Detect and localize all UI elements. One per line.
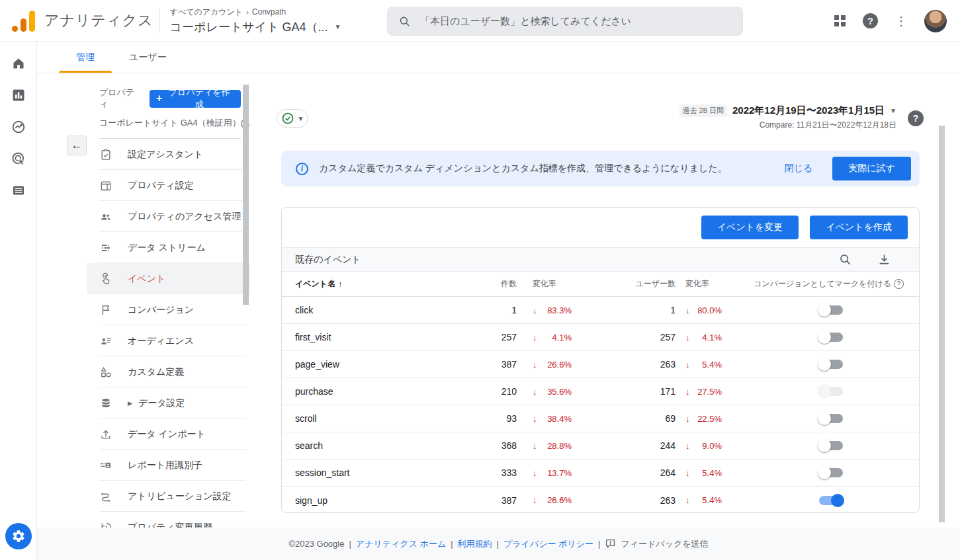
date-range-picker[interactable]: 過去 28 日間 2022年12月19日〜2023年1月15日 ▼ Compar… [679, 104, 896, 131]
banner-close-link[interactable]: 閉じる [765, 163, 833, 175]
column-count-change[interactable]: 変化率 [517, 278, 580, 290]
sidebar-item-access-management[interactable]: プロパティのアクセス管理 [87, 201, 250, 232]
column-users[interactable]: ユーザー数 [580, 278, 676, 290]
breadcrumb-all-accounts: すべてのアカウント [170, 7, 243, 18]
date-range-value: 2022年12月19日〜2023年1月15日 [732, 104, 885, 117]
conversion-toggle[interactable] [819, 496, 843, 505]
sidebar-scrollbar[interactable] [243, 85, 249, 305]
table-search-icon[interactable] [838, 253, 852, 266]
table-row: sign_up 387 ↓26.6% 263 ↓5.4% [282, 487, 919, 513]
avatar[interactable] [924, 10, 947, 32]
conversion-toggle[interactable] [819, 360, 843, 369]
down-arrow-icon: ↓ [685, 387, 690, 397]
global-search-input[interactable]: 「本日のユーザー数」と検索してみてください [387, 7, 743, 36]
conversion-toggle[interactable] [819, 468, 843, 477]
sidebar-item-audiences[interactable]: オーディエンス [87, 325, 250, 356]
sidebar-item-property-settings[interactable]: プロパティ設定 [87, 170, 250, 201]
sidebar-item-data-settings[interactable]: ▶ データ設定 [87, 387, 250, 419]
footer-link-privacy[interactable]: プライバシー ポリシー [503, 538, 593, 550]
conversion-toggle[interactable] [819, 414, 843, 423]
sidebar-item-label: データ設定 [138, 397, 185, 409]
sidebar-item-data-import[interactable]: データ インポート [87, 419, 250, 450]
sidebar-item-events[interactable]: イベント [87, 263, 250, 294]
event-count: 1 [467, 305, 517, 315]
sidebar-item-data-streams[interactable]: データ ストリーム [87, 232, 250, 263]
users-change: 5.4% [702, 495, 722, 505]
table-actions: イベントを変更 イベントを作成 [282, 208, 919, 247]
sidebar-item-label: アトリビューション設定 [128, 491, 232, 502]
footer-separator: | [349, 539, 351, 549]
home-icon[interactable] [3, 48, 34, 79]
tab-user[interactable]: ユーザー [112, 42, 184, 73]
column-event-name[interactable]: イベント名 ↑ [295, 278, 467, 290]
admin-gear-button[interactable] [3, 520, 34, 552]
property-picker[interactable]: コーポレートサイト GA4（... ▼ [170, 19, 341, 35]
count-change: 26.6% [547, 360, 572, 370]
event-users: 244 [580, 440, 676, 451]
sidebar-item-label: レポート用識別子 [128, 460, 202, 471]
events-panel: ▼ 過去 28 日間 2022年12月19日〜2023年1月15日 ▼ Comp… [250, 73, 960, 528]
library-icon[interactable] [3, 175, 34, 206]
help-icon[interactable]: ? [863, 13, 878, 28]
sidebar-item-label: プロパティ変更履歴 [128, 522, 212, 528]
expand-arrow-icon[interactable]: ▶ [128, 400, 132, 407]
download-icon[interactable] [877, 253, 891, 266]
event-users: 171 [580, 386, 676, 397]
google-analytics-logo-icon [12, 9, 35, 32]
create-event-button[interactable]: イベントを作成 [810, 216, 908, 239]
left-nav-rail [0, 42, 37, 560]
footer-link-terms[interactable]: 利用規約 [458, 538, 492, 550]
column-count[interactable]: 件数 [467, 278, 517, 290]
down-arrow-icon: ↓ [533, 468, 537, 478]
down-arrow-icon: ↓ [533, 441, 537, 451]
conversion-toggle[interactable] [819, 441, 843, 450]
count-change: 38.4% [547, 414, 572, 424]
event-count: 387 [467, 495, 517, 506]
event-name: first_visit [295, 332, 467, 342]
feedback-label: フィードバックを送信 [621, 538, 708, 550]
conversion-toggle[interactable] [819, 387, 843, 396]
sidebar-item-custom-definitions[interactable]: カスタム定義 [87, 356, 250, 387]
admin-menu: 設定アシスタント プロパティ設定 プロパティのアクセス管理 データ ストリーム [87, 139, 250, 528]
advertising-icon[interactable] [3, 143, 34, 175]
event-users: 263 [580, 359, 676, 370]
conversion-toggle[interactable] [819, 333, 843, 342]
collapse-sidebar-button[interactable]: ← [67, 136, 87, 155]
explore-icon[interactable] [3, 111, 34, 143]
conversion-toggle[interactable] [819, 305, 843, 315]
sidebar-item-attribution-settings[interactable]: アトリビューション設定 [87, 481, 250, 512]
collection-status-dropdown[interactable]: ▼ [277, 109, 308, 128]
property-settings-icon [99, 179, 112, 192]
sidebar-item-setup-assistant[interactable]: 設定アシスタント [87, 139, 250, 170]
footer-link-analytics-home[interactable]: アナリティクス ホーム [356, 538, 446, 550]
users-change: 22.5% [697, 414, 722, 424]
attribution-settings-icon [99, 490, 112, 503]
property-selector[interactable]: コーポレートサイト GA4（検証用）(3... [99, 117, 241, 129]
setup-assistant-icon [99, 148, 112, 161]
table-search-bar[interactable]: 既存のイベント [282, 247, 919, 272]
breadcrumb-chevron-icon: › [246, 8, 249, 16]
column-help-icon[interactable]: ? [894, 279, 904, 289]
footer-separator: | [497, 539, 499, 549]
apps-grid-icon[interactable] [834, 15, 846, 26]
chevron-down-icon: ▼ [298, 115, 304, 122]
send-feedback[interactable]: フィードバックを送信 [605, 538, 708, 550]
column-users-change[interactable]: 変化率 [676, 278, 732, 290]
down-arrow-icon: ↓ [533, 495, 537, 505]
main-scrollbar[interactable] [939, 126, 945, 522]
tab-admin[interactable]: 管理 [59, 42, 112, 73]
sidebar-item-conversions[interactable]: コンバージョン [87, 294, 250, 325]
page-help-icon[interactable]: ? [908, 110, 924, 126]
sidebar-item-reporting-identity[interactable]: レポート用識別子 [87, 450, 250, 481]
account-switcher[interactable]: すべてのアカウント › Convpath コーポレートサイト GA4（... ▼ [170, 7, 341, 35]
banner-cta-button[interactable]: 実際に試す [832, 157, 911, 180]
logo-area[interactable]: アナリティクス [12, 9, 153, 32]
property-section-label: プロパティ [99, 87, 140, 110]
sidebar-item-change-history[interactable]: プロパティ変更履歴 [87, 512, 250, 528]
more-vertical-icon[interactable]: ⋮ [895, 15, 907, 27]
modify-event-button[interactable]: イベントを変更 [701, 216, 799, 239]
create-property-button[interactable]: + プロパティを作成 [150, 90, 241, 108]
event-users: 263 [580, 495, 676, 506]
reports-icon[interactable] [3, 79, 34, 111]
chevron-down-icon: ▼ [335, 23, 341, 30]
